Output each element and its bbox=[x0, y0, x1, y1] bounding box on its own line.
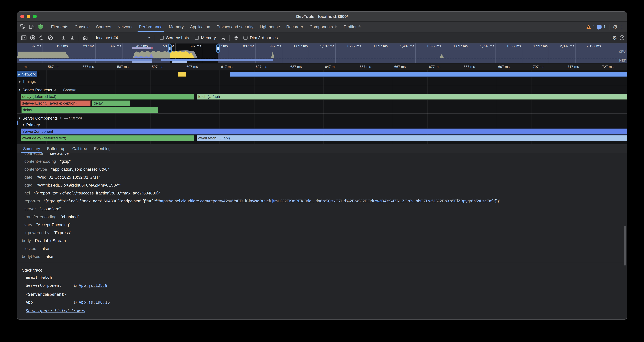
toggle-sidebar-icon[interactable] bbox=[20, 34, 28, 42]
fetch-api--event-bar[interactable]: fetch (…/api) bbox=[197, 94, 627, 100]
settings-gear-icon[interactable]: ⚙ bbox=[613, 24, 618, 30]
inspect-element-icon[interactable] bbox=[19, 23, 26, 31]
load-profile-icon[interactable] bbox=[59, 34, 68, 42]
stack-trace-frames: await fetchServerComponent@App.js:128:9<… bbox=[17, 274, 627, 306]
netblue-event-bar[interactable] bbox=[230, 72, 627, 77]
overview-tick-label: 497 ms bbox=[126, 44, 148, 48]
tab-components[interactable]: Components⚛ bbox=[306, 22, 340, 32]
delayederror-ayed-exception--event-bar[interactable]: delayedError (…ayed exception) bbox=[20, 100, 91, 106]
memory-checkbox-label[interactable]: Memory bbox=[192, 35, 218, 40]
summary-tab-call-tree[interactable]: Call tree bbox=[69, 144, 90, 153]
frame-source-link[interactable]: App.js:128:9 bbox=[79, 281, 108, 289]
tab-lighthouse[interactable]: Lighthouse bbox=[256, 22, 283, 32]
device-toolbar-icon[interactable] bbox=[28, 23, 36, 31]
property-key: date bbox=[24, 173, 32, 181]
property-value: "cloudflare" bbox=[40, 205, 61, 213]
track-primary-subgroup[interactable]: ▼ Primary bbox=[17, 122, 627, 128]
save-profile-icon[interactable] bbox=[68, 34, 76, 42]
overview-tick-label: 2,197 ms bbox=[579, 44, 601, 48]
property-value: "chunked" bbox=[60, 213, 79, 221]
ruler-tick-label: 687 ms bbox=[464, 65, 475, 69]
tab-network[interactable]: Network bbox=[114, 22, 136, 32]
property-key: locked bbox=[24, 245, 36, 252]
frame-source-link[interactable]: App.js:190:16 bbox=[79, 298, 110, 306]
ruler-tick-label: 587 ms bbox=[117, 65, 128, 69]
screenshots-checkbox-label[interactable]: Screenshots bbox=[157, 35, 192, 40]
zoom-window-button[interactable] bbox=[33, 15, 37, 19]
network-track-header[interactable]: ▶ Network bbox=[17, 71, 38, 77]
tab-recorder[interactable]: Recorder bbox=[283, 22, 306, 32]
delay-event-bar[interactable]: delay bbox=[22, 107, 158, 113]
track-grip-icon[interactable] bbox=[38, 72, 41, 76]
tab-memory[interactable]: Memory bbox=[166, 22, 187, 32]
overview-selection-right-handle[interactable] bbox=[216, 44, 220, 53]
track-network[interactable]: ▶ Network bbox=[17, 71, 627, 78]
tab-application[interactable]: Application bbox=[187, 22, 213, 32]
tab-privacy-and-security[interactable]: Privacy and security bbox=[214, 22, 257, 32]
ruler-tick-label: 607 ms bbox=[186, 65, 198, 69]
tab-elements[interactable]: Elements bbox=[48, 22, 71, 32]
overview-net-label: NET bbox=[619, 59, 626, 62]
collapse-sections-icon[interactable] bbox=[232, 34, 240, 42]
await-delay-deferred-text--event-bar[interactable]: await delay (deferred text) bbox=[20, 135, 194, 141]
property-row-nel: nel"{\"report_to\":\"cf-nel\",\"success_… bbox=[17, 189, 627, 197]
track-server-components-header[interactable]: ▼ Server Components ⚛ — Custom bbox=[17, 115, 627, 122]
overview-tick-label: 697 ms bbox=[179, 44, 201, 48]
property-key: nel bbox=[24, 189, 30, 197]
divider bbox=[609, 24, 610, 30]
warnings-icon[interactable] bbox=[586, 25, 591, 29]
ruler-unit-label: ms bbox=[24, 65, 28, 69]
tab-performance[interactable]: Performance bbox=[136, 22, 166, 32]
show-ignore-listed-frames-link[interactable]: Show ignore-listed frames bbox=[26, 307, 85, 315]
node-extension-icon[interactable] bbox=[37, 23, 44, 31]
ruler-tick-label: 647 ms bbox=[325, 65, 336, 69]
tab-sources[interactable]: Sources bbox=[93, 22, 114, 32]
tab-console[interactable]: Console bbox=[71, 22, 93, 32]
issues-message-icon[interactable] bbox=[597, 25, 602, 29]
ruler-tick-label: 637 ms bbox=[290, 65, 302, 69]
summary-tab-summary[interactable]: Summary bbox=[20, 144, 44, 153]
delay-deferred-text--event-bar[interactable]: delay (deferred text) bbox=[20, 94, 194, 100]
timeline-overview[interactable]: 97 ms197 ms297 ms397 ms497 ms597 ms697 m… bbox=[17, 44, 627, 64]
screenshots-checkbox[interactable] bbox=[160, 36, 164, 40]
summary-tab-event-log[interactable]: Event log bbox=[90, 144, 114, 153]
tab-profiler[interactable]: Profiler⚛ bbox=[340, 22, 364, 32]
dim-3rd-parties-checkbox-label[interactable]: Dim 3rd parties bbox=[241, 35, 280, 40]
divider bbox=[230, 35, 230, 41]
warnings-count[interactable]: 1 bbox=[593, 25, 595, 29]
capture-settings-gear-icon[interactable]: ⚙ bbox=[612, 35, 617, 41]
tab-bar-tools bbox=[19, 22, 44, 32]
overview-tick-label: 1,697 ms bbox=[446, 44, 468, 48]
close-window-button[interactable] bbox=[20, 15, 24, 19]
garbage-collect-brush-icon[interactable] bbox=[219, 34, 227, 42]
property-key: report-to bbox=[24, 197, 40, 205]
reload-and-record-button[interactable] bbox=[38, 34, 46, 42]
track-server-requests-header[interactable]: ▼ Server Requests ⚛ — Custom bbox=[17, 87, 627, 93]
home-icon[interactable] bbox=[81, 34, 89, 42]
react-atom-icon: ⚛ bbox=[59, 116, 62, 120]
await-fetch-api--event-bar[interactable]: await fetch (…/api) bbox=[197, 135, 627, 141]
servercomponent-event-bar[interactable]: ServerComponent bbox=[20, 129, 627, 135]
desktop: { "window": { "title": "DevTools - local… bbox=[0, 0, 644, 342]
vertical-scrollbar-thumb[interactable] bbox=[624, 226, 626, 265]
record-button[interactable] bbox=[28, 34, 37, 42]
ruler-tick-label: 577 ms bbox=[82, 65, 94, 69]
ruler-tick-label: 617 ms bbox=[221, 65, 232, 69]
clear-recording-icon[interactable] bbox=[46, 34, 54, 42]
more-options-kebab-icon[interactable]: ⋮ bbox=[620, 24, 624, 30]
track-timings[interactable]: ▶ Timings bbox=[17, 78, 627, 85]
report-to-url-link[interactable]: https://a.nel.cloudflare.com/report/v4?s… bbox=[159, 199, 492, 203]
dim-3rd-parties-checkbox[interactable] bbox=[244, 36, 248, 40]
issues-count[interactable]: 1 bbox=[604, 25, 606, 29]
summary-tab-bottom-up[interactable]: Bottom-up bbox=[44, 144, 69, 153]
history-select[interactable]: localhost #4 ▼ bbox=[94, 34, 152, 42]
property-value: "keep-alive" bbox=[48, 153, 70, 157]
overview-selection-left-handle[interactable] bbox=[168, 44, 172, 53]
memory-checkbox[interactable] bbox=[195, 36, 199, 40]
minimize-window-button[interactable] bbox=[26, 15, 30, 19]
delay-event-bar[interactable]: delay bbox=[92, 100, 130, 106]
yellow-event-bar[interactable] bbox=[178, 72, 186, 77]
frame-text: <ServerComponent> bbox=[26, 290, 66, 298]
help-icon[interactable]: ? bbox=[620, 35, 624, 40]
timings-track-label: Timings bbox=[22, 79, 36, 84]
